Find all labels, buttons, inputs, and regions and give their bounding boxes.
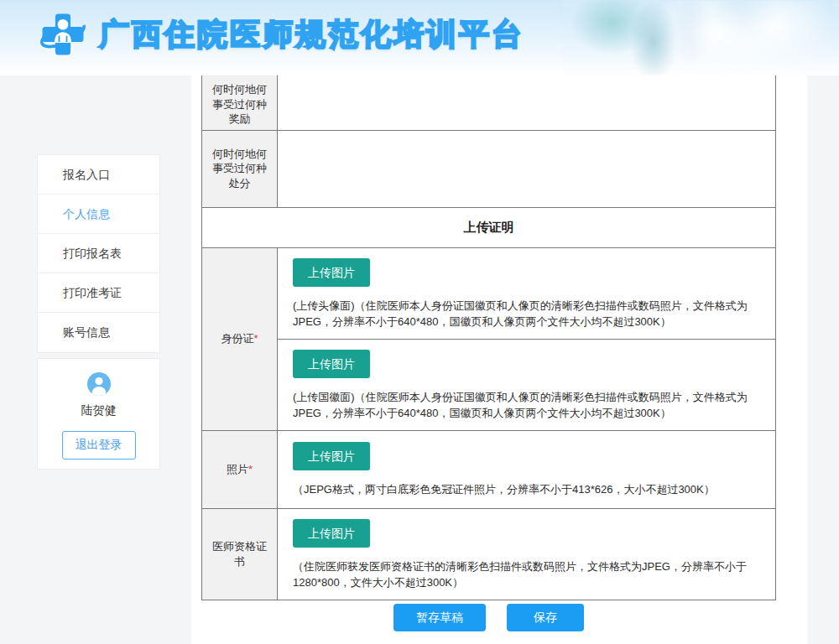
table-row-photo: 照片* 上传图片 （JEPG格式，两寸白底彩色免冠证件照片，分辨率不小于413*… [202,430,776,508]
idcard-back-upload-cell: 上传图片 (上传国徽面)（住院医师本人身份证国徽页和人像页的清晰彩色扫描件或数码… [278,339,776,430]
photo-label: 照片 [227,463,248,475]
idcard-front-upload-hint: (上传头像面)（住院医师本人身份证国徽页和人像页的清晰彩色扫描件或数码照片，文件… [293,298,752,330]
upload-photo-button[interactable]: 上传图片 [293,442,370,470]
form-actions: 暂存草稿 保存 [201,604,776,631]
sidebar-item-label: 打印报名表 [63,247,122,260]
sidebar-item-signup-entry[interactable]: 报名入口 [38,155,159,195]
punishment-value-cell [278,130,776,207]
table-row-section-header: 上传证明 [202,207,776,247]
required-asterisk: * [253,332,258,345]
cert-label-cell: 医师资格证书 [202,508,278,600]
upload-section-title: 上传证明 [202,207,776,247]
table-row-idcard-back: 上传图片 (上传国徽面)（住院医师本人身份证国徽页和人像页的清晰彩色扫描件或数码… [202,339,776,430]
award-value-cell [278,75,776,130]
sidebar-item-print-admission-ticket[interactable]: 打印准考证 [38,273,159,313]
user-name: 陆贺健 [38,403,159,418]
personal-info-form-table: 何时何地何事受过何种奖励 何时何地何事受过何种处分 上传证明 身份证* 上传图片… [201,75,776,600]
photo-upload-hint: （JEPG格式，两寸白底彩色免冠证件照片，分辨率不小于413*626，大小不超过… [293,481,752,498]
page-title: 广西住院医师规范化培训平台 [99,14,524,55]
sidebar-menu: 报名入口 个人信息 打印报名表 打印准考证 账号信息 [38,155,159,352]
table-row-punishment: 何时何地何事受过何种处分 [202,130,776,207]
sidebar-item-label: 账号信息 [63,325,110,339]
doctors-photo-decoration [562,0,839,75]
sidebar-item-account-info[interactable]: 账号信息 [38,313,159,352]
sidebar-item-label: 个人信息 [63,207,110,221]
table-row-idcard-front: 身份证* 上传图片 (上传头像面)（住院医师本人身份证国徽页和人像页的清晰彩色扫… [202,247,776,339]
brand: 广西住院医师规范化培训平台 [39,10,524,59]
idcard-label: 身份证 [221,332,253,345]
upload-idcard-front-button[interactable]: 上传图片 [293,258,370,287]
logout-button[interactable]: 退出登录 [62,431,136,460]
punishment-label-cell: 何时何地何事受过何种处分 [202,130,278,207]
medical-cross-person-icon [39,10,87,59]
sidebar-item-label: 报名入口 [63,168,110,181]
upload-idcard-back-button[interactable]: 上传图片 [293,350,370,378]
cert-upload-cell: 上传图片 （住院医师获发医师资格证书的清晰彩色扫描件或数码照片，文件格式为JPE… [278,508,776,600]
sidebar-item-label: 打印准考证 [63,286,122,299]
table-row-award: 何时何地何事受过何种奖励 [202,75,776,130]
required-asterisk: * [248,463,253,475]
idcard-back-upload-hint: (上传国徽面)（住院医师本人身份证国徽页和人像页的清晰彩色扫描件或数码照片，文件… [293,389,752,422]
sidebar-item-print-application[interactable]: 打印报名表 [38,234,159,273]
cert-label: 医师资格证书 [212,540,267,568]
main-area: 报名入口 个人信息 打印报名表 打印准考证 账号信息 陆贺健 退出登录 [0,75,839,644]
table-row-qualification-cert: 医师资格证书 上传图片 （住院医师获发医师资格证书的清晰彩色扫描件或数码照片，文… [202,508,776,600]
idcard-label-cell: 身份证* [202,247,278,430]
photo-upload-cell: 上传图片 （JEPG格式，两寸白底彩色免冠证件照片，分辨率不小于413*626，… [278,430,776,508]
cert-upload-hint: （住院医师获发医师资格证书的清晰彩色扫描件或数码照片，文件格式为JPEG，分辨率… [293,558,752,591]
sidebar-item-personal-info[interactable]: 个人信息 [38,195,159,234]
upload-cert-button[interactable]: 上传图片 [293,519,370,548]
save-button[interactable]: 保存 [507,604,584,631]
app-header: 广西住院医师规范化培训平台 [0,0,839,75]
user-card: 陆贺健 退出登录 [38,359,159,469]
user-avatar-icon [87,372,111,396]
photo-label-cell: 照片* [202,430,278,508]
save-draft-button[interactable]: 暂存草稿 [393,604,486,631]
award-label-cell: 何时何地何事受过何种奖励 [202,75,278,130]
idcard-front-upload-cell: 上传图片 (上传头像面)（住院医师本人身份证国徽页和人像页的清晰彩色扫描件或数码… [278,247,776,339]
